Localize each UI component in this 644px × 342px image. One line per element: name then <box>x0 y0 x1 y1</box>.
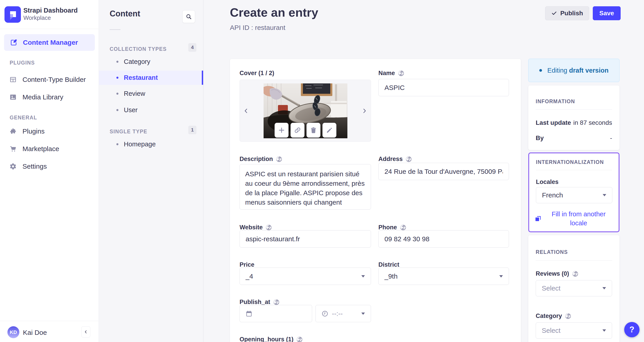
search-icon <box>186 14 192 20</box>
app-title: Strapi Dashboard <box>23 7 78 14</box>
bullet-icon <box>116 109 118 111</box>
divider <box>536 109 612 110</box>
save-button[interactable]: Save <box>593 6 621 20</box>
divider <box>536 170 612 170</box>
api-id-subtitle: API ID : restaurant <box>230 24 285 32</box>
check-icon <box>551 10 557 16</box>
sidebar-item-content-type-builder[interactable]: Content-Type Builder <box>10 72 86 87</box>
sidebar-item-label: Content-Type Builder <box>22 76 86 83</box>
caret-down-icon <box>602 329 606 332</box>
carousel-prev-button[interactable] <box>242 104 250 118</box>
price-select[interactable]: _4 <box>240 268 371 285</box>
time-placeholder: --:-- <box>332 310 343 317</box>
description-textarea[interactable]: ASPIC est un restaurant parisien situé a… <box>240 164 371 210</box>
name-field-label: Name <box>378 70 404 77</box>
draft-status-banner: Editing draft version <box>528 59 620 82</box>
page-title: Create an entry <box>230 6 318 19</box>
subnav-item-label: Homepage <box>124 141 156 148</box>
fill-from-locale-label: Fill in from another locale <box>544 210 613 228</box>
subnav-item-review[interactable]: Review <box>99 87 203 101</box>
locales-label: Locales <box>536 179 558 185</box>
globe-icon <box>265 224 272 231</box>
add-asset-button[interactable] <box>274 123 288 138</box>
publish-at-field-label: Publish_at <box>240 299 280 305</box>
sidebar-item-media-library[interactable]: Media Library <box>10 90 63 104</box>
collection-types-count-badge: 4 <box>188 43 196 52</box>
subnav-item-label: Restaurant <box>124 74 158 81</box>
globe-icon <box>398 70 404 77</box>
carousel-next-button[interactable] <box>360 104 369 118</box>
edit-asset-button[interactable] <box>322 123 336 138</box>
subnav-divider <box>110 29 120 30</box>
puzzle-icon <box>10 128 17 135</box>
last-update-row: Last update in 87 seconds <box>536 119 612 126</box>
subnav-item-category[interactable]: Category <box>99 55 203 69</box>
publish-at-time-input[interactable]: --:-- <box>316 305 371 322</box>
subnav-item-label: Category <box>124 58 150 66</box>
category-select[interactable]: Select <box>536 322 612 339</box>
subnav-item-user[interactable]: User <box>99 103 203 117</box>
strapi-admin-app: Strapi Dashboard Workplace Content Manag… <box>0 0 644 342</box>
layout-icon <box>10 76 17 83</box>
district-select[interactable]: _9th <box>378 268 509 285</box>
gear-icon <box>10 163 17 170</box>
copy-icon <box>534 215 542 222</box>
sidebar-item-plugins[interactable]: Plugins <box>10 124 44 139</box>
content-subnav: Content COLLECTION TYPES 4 Category Rest… <box>99 0 203 342</box>
sidebar-item-marketplace[interactable]: Marketplace <box>10 142 59 156</box>
name-input[interactable] <box>378 79 509 96</box>
internationalization-card: INTERNATIONALIZATION Locales French Fill… <box>528 152 620 232</box>
cover-field-label: Cover (1 / 2) <box>240 70 274 77</box>
chevron-left-icon <box>84 330 88 334</box>
bullet-icon <box>116 93 118 95</box>
globe-icon <box>565 313 572 319</box>
address-field-label: Address <box>378 156 412 163</box>
district-field-label: District <box>378 261 399 268</box>
sidebar-item-label: Plugins <box>22 128 44 135</box>
publish-button[interactable]: Publish <box>545 6 589 20</box>
nav-section-general: GENERAL <box>10 115 37 121</box>
globe-icon <box>296 336 303 342</box>
content-manager-icon <box>10 39 18 46</box>
copy-link-button[interactable] <box>290 123 304 138</box>
phone-field-label: Phone <box>378 224 406 231</box>
globe-icon <box>273 299 280 305</box>
delete-asset-button[interactable] <box>306 123 320 138</box>
avatar[interactable]: KD <box>8 326 19 338</box>
price-field-label: Price <box>240 261 254 268</box>
subnav-item-homepage[interactable]: Homepage <box>99 137 203 151</box>
status-dot-icon <box>539 69 542 72</box>
help-button[interactable]: ? <box>624 322 640 337</box>
i18n-title: INTERNATIONALIZATION <box>536 159 604 165</box>
reviews-field-label: Reviews (0) <box>536 270 578 277</box>
pencil-icon <box>326 127 333 134</box>
description-field-label: Description <box>240 156 282 163</box>
website-input[interactable] <box>240 230 371 248</box>
main-sidebar: Strapi Dashboard Workplace Content Manag… <box>0 0 99 342</box>
subnav-item-restaurant[interactable]: Restaurant <box>99 71 203 85</box>
sidebar-item-content-manager[interactable]: Content Manager <box>4 34 95 51</box>
single-type-header: SINGLE TYPE <box>110 129 147 135</box>
sidebar-item-settings[interactable]: Settings <box>10 159 47 174</box>
website-field-label: Website <box>240 224 272 231</box>
opening-hours-field-label: Opening_hours (1) <box>240 336 303 342</box>
search-button[interactable] <box>182 10 195 23</box>
sidebar-item-label: Media Library <box>22 93 63 101</box>
reviews-select[interactable]: Select <box>536 280 612 296</box>
trash-icon <box>310 127 317 134</box>
nav-divider <box>0 29 99 29</box>
publish-at-date-input[interactable] <box>240 305 312 322</box>
bullet-icon <box>116 77 118 79</box>
collection-types-header: COLLECTION TYPES <box>110 46 167 52</box>
information-title: INFORMATION <box>536 99 575 105</box>
link-icon <box>294 127 301 134</box>
chevron-right-icon <box>362 107 368 115</box>
media-icon <box>10 94 17 101</box>
globe-icon <box>572 270 578 277</box>
collapse-sidebar-button[interactable] <box>81 326 90 337</box>
address-input[interactable] <box>378 163 509 180</box>
locale-select[interactable]: French <box>536 187 612 203</box>
cart-icon <box>10 145 17 152</box>
phone-input[interactable] <box>378 230 509 248</box>
fill-from-locale-button[interactable]: Fill in from another locale <box>534 210 613 228</box>
